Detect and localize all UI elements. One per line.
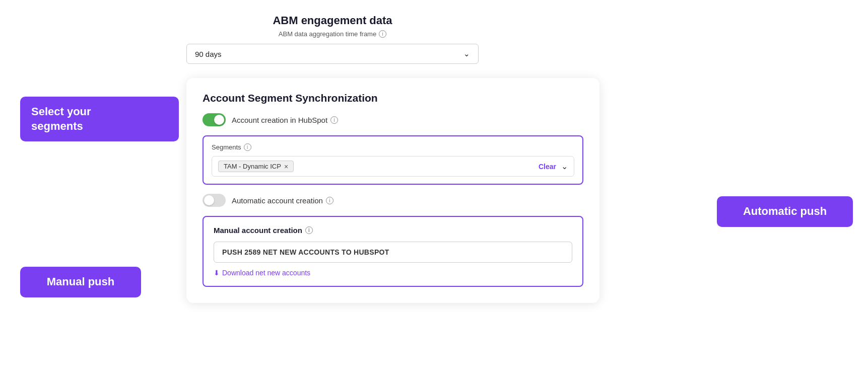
timeframe-dropdown[interactable]: 90 days ⌄ [186,44,479,64]
auto-account-label: Automatic account creation i [232,196,333,205]
segment-tags: TAM - Dynamic ICP × [218,161,294,172]
abm-info-icon[interactable]: i [379,30,386,38]
segments-label: Segments i [212,143,574,151]
account-creation-row: Account creation in HubSpot i [203,113,583,126]
download-link[interactable]: ⬇ Download net new accounts [214,269,572,277]
account-creation-toggle[interactable] [203,113,226,126]
manual-account-box: Manual account creation i PUSH 2589 NET … [203,216,583,287]
annotation-select-segments: Select your segments [20,97,179,141]
annotation-automatic-push: Automatic push [717,196,853,227]
manual-account-title: Manual account creation i [214,226,572,235]
auto-account-info-icon[interactable]: i [326,197,333,204]
manual-title-info-icon[interactable]: i [305,226,313,234]
push-accounts-button[interactable]: PUSH 2589 NET NEW ACCOUNTS TO HUBSPOT [214,242,572,263]
annotation-manual-push: Manual push [20,267,141,297]
page-container: ABM engagement data ABM data aggregation… [0,0,868,384]
account-creation-label: Account creation in HubSpot i [232,116,338,124]
download-icon: ⬇ [214,269,220,277]
abm-title: ABM engagement data [186,14,479,27]
abm-section: ABM engagement data ABM data aggregation… [186,14,479,64]
auto-account-toggle[interactable] [203,194,226,207]
card-title: Account Segment Synchronization [203,92,583,104]
segments-box: Segments i TAM - Dynamic ICP × Clear ⌄ [203,135,583,185]
clear-segments-button[interactable]: Clear [539,163,556,171]
account-creation-info-icon[interactable]: i [330,116,338,124]
segment-tag-tam: TAM - Dynamic ICP × [218,161,294,172]
segment-input-row[interactable]: TAM - Dynamic ICP × Clear ⌄ [212,156,574,177]
toggle-knob [214,115,224,125]
segment-tag-close-icon[interactable]: × [284,163,288,170]
abm-subtitle: ABM data aggregation time frame i [186,30,479,38]
segments-info-icon[interactable]: i [244,143,251,151]
timeframe-chevron-icon: ⌄ [463,49,470,58]
auto-toggle-knob [204,195,214,205]
main-card: Account Segment Synchronization Account … [186,78,599,303]
segments-chevron-icon[interactable]: ⌄ [561,162,568,171]
segment-input-actions: Clear ⌄ [539,162,568,171]
auto-account-row: Automatic account creation i [203,194,583,207]
